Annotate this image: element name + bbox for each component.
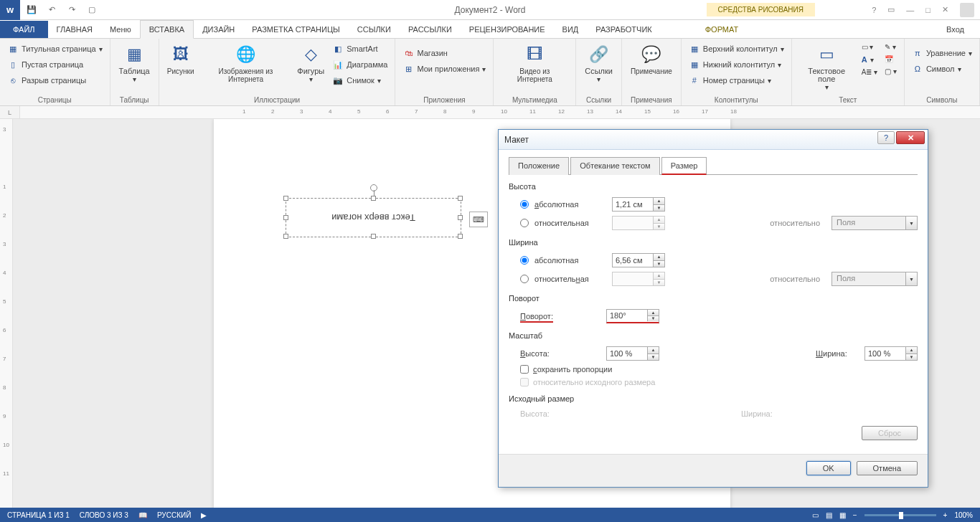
pictures-button[interactable]: 🖼Рисунки: [165, 42, 197, 77]
dialog-help-button[interactable]: ?: [877, 131, 895, 144]
sig-line-icon[interactable]: ✎ ▾: [883, 42, 898, 52]
shapes-button[interactable]: ◇Фигуры▾: [295, 42, 326, 85]
table-button[interactable]: ▦Таблица▾: [116, 42, 153, 85]
textbox-insert-button[interactable]: ▭Текстовое поле▾: [798, 42, 856, 92]
width-rel-combo: Поля▼: [831, 272, 918, 286]
redo-icon[interactable]: ↷: [66, 4, 77, 16]
equation-button[interactable]: πУравнение ▾: [910, 46, 974, 60]
width-abs-spin[interactable]: ▲▼: [612, 253, 665, 267]
video-button[interactable]: 🎞Видео из Интернета: [499, 42, 570, 85]
maximize-icon[interactable]: □: [925, 6, 930, 14]
undo-icon[interactable]: ↶: [46, 4, 57, 16]
window-title: Документ2 - Word: [454, 5, 525, 15]
dialog-close-button[interactable]: ✕: [896, 131, 925, 144]
layout-options-icon[interactable]: ⌨: [469, 212, 488, 227]
horizontal-ruler[interactable]: 123456789101112131415161718: [20, 106, 980, 118]
user-avatar[interactable]: [960, 3, 974, 17]
height-section-title: Высота: [509, 182, 918, 191]
orig-width-label: Ширина:: [741, 409, 813, 418]
minimize-icon[interactable]: —: [906, 6, 914, 14]
status-proofing-icon[interactable]: 📖: [138, 511, 147, 519]
header-button[interactable]: ▦Верхний колонтитул ▾: [687, 42, 786, 56]
header-icon: ▦: [689, 43, 700, 54]
store-button[interactable]: 🛍Магазин: [401, 46, 487, 60]
textbox[interactable]: Текст вверх ногами ⌨: [286, 198, 461, 237]
width-rel-radio[interactable]: [520, 275, 529, 283]
rotation-spin[interactable]: ▲▼: [606, 309, 659, 323]
scale-height-spin[interactable]: ▲▼: [606, 346, 659, 361]
smartart-button[interactable]: ◧SmartArt: [331, 42, 389, 56]
tab-format[interactable]: ФОРМАТ: [697, 21, 748, 38]
object-icon[interactable]: ▢ ▾: [883, 66, 898, 77]
title-page-button[interactable]: ▦Титульная страница ▾: [6, 42, 104, 56]
status-lang[interactable]: РУССКИЙ: [157, 511, 191, 519]
tab-dev[interactable]: РАЗРАБОТЧИК: [587, 21, 660, 38]
zoom-out-icon[interactable]: −: [853, 511, 857, 519]
quick-parts-icon[interactable]: ▭ ▾: [860, 42, 879, 52]
cancel-button[interactable]: Отмена: [857, 461, 918, 475]
tab-mail[interactable]: РАССЫЛКИ: [400, 21, 461, 38]
tab-design[interactable]: ДИЗАЙН: [194, 21, 243, 38]
dialog-tab-position[interactable]: Положение: [509, 157, 569, 175]
camera-icon: 📷: [332, 75, 344, 86]
dialog-tab-size[interactable]: Размер: [661, 157, 707, 175]
vertical-ruler[interactable]: 31234567891011: [0, 119, 13, 508]
footer-button[interactable]: ▦Нижний колонтитул ▾: [687, 57, 786, 72]
zoom-slider[interactable]: [864, 514, 936, 516]
relative-orig-checkbox: [520, 378, 529, 386]
tab-insert[interactable]: ВСТАВКА: [140, 20, 194, 39]
dialog-tab-wrap[interactable]: Обтекание текстом: [570, 157, 660, 175]
view-web-icon[interactable]: ▦: [839, 511, 846, 519]
height-abs-radio[interactable]: [520, 200, 529, 209]
zoom-value[interactable]: 100%: [954, 511, 973, 519]
height-abs-spin[interactable]: ▲▼: [612, 197, 665, 212]
pagenum-button[interactable]: #Номер страницы ▾: [687, 73, 786, 87]
group-hf-label: Колонтитулы: [687, 96, 786, 104]
lock-aspect-checkbox[interactable]: [520, 365, 529, 374]
tab-file[interactable]: ФАЙЛ: [0, 21, 48, 38]
help-icon[interactable]: ?: [872, 6, 876, 14]
height-rel-combo: Поля▼: [831, 216, 918, 230]
view-print-icon[interactable]: ▤: [826, 511, 832, 519]
height-rel-radio[interactable]: [520, 219, 529, 227]
login-link[interactable]: Вход: [939, 21, 971, 38]
myapps-button[interactable]: ⊞Мои приложения ▾: [401, 62, 487, 76]
tab-home[interactable]: ГЛАВНАЯ: [48, 21, 101, 38]
link-icon: 🔗: [588, 43, 611, 66]
status-words[interactable]: СЛОВО 3 ИЗ 3: [80, 511, 128, 519]
orig-size-title: Исходный размер: [509, 394, 918, 403]
wordart-icon[interactable]: A ▾: [860, 54, 879, 65]
blank-page-button[interactable]: ▯Пустая страница: [6, 57, 104, 72]
orig-height-label: Высота:: [520, 409, 592, 418]
links-button[interactable]: 🔗Ссылки▾: [582, 42, 616, 85]
textbox-text[interactable]: Текст вверх ногами: [286, 199, 461, 237]
chart-button[interactable]: 📊Диаграмма: [331, 57, 389, 72]
tab-menu[interactable]: Меню: [101, 21, 140, 38]
scale-width-spin[interactable]: ▲▼: [864, 346, 918, 361]
datetime-icon[interactable]: 📅: [883, 54, 898, 65]
screenshot-button[interactable]: 📷Снимок ▾: [331, 73, 389, 87]
page-break-button[interactable]: ⎋Разрыв страницы: [6, 73, 104, 87]
tab-refs[interactable]: ССЫЛКИ: [349, 21, 400, 38]
symbol-button[interactable]: ΩСимвол ▾: [910, 62, 974, 76]
status-macro-icon[interactable]: ▶: [201, 511, 207, 519]
dropcap-icon[interactable]: A≣ ▾: [860, 67, 879, 77]
tab-view[interactable]: ВИД: [554, 21, 588, 38]
smartart-icon: ◧: [332, 43, 344, 54]
group-illus-label: Иллюстрации: [165, 96, 390, 104]
width-rel-label: относительная: [534, 275, 606, 283]
online-pictures-button[interactable]: 🌐Изображения из Интернета: [201, 42, 291, 85]
ribbon-options-icon[interactable]: ▭: [887, 5, 895, 14]
zoom-in-icon[interactable]: +: [943, 511, 948, 519]
new-doc-icon[interactable]: ▢: [86, 4, 98, 16]
group-links-label: Ссылки: [582, 96, 616, 104]
ok-button[interactable]: OK: [806, 461, 851, 475]
view-read-icon[interactable]: ▭: [812, 511, 819, 519]
tab-review[interactable]: РЕЦЕНЗИРОВАНИЕ: [461, 21, 554, 38]
height-rel-spin: ▲▼: [612, 216, 665, 230]
tab-layout[interactable]: РАЗМЕТКА СТРАНИЦЫ: [243, 21, 348, 38]
status-page[interactable]: СТРАНИЦА 1 ИЗ 1: [7, 511, 70, 519]
width-abs-radio[interactable]: [520, 256, 529, 265]
save-icon[interactable]: 💾: [26, 4, 37, 16]
close-icon[interactable]: ✕: [942, 5, 948, 14]
